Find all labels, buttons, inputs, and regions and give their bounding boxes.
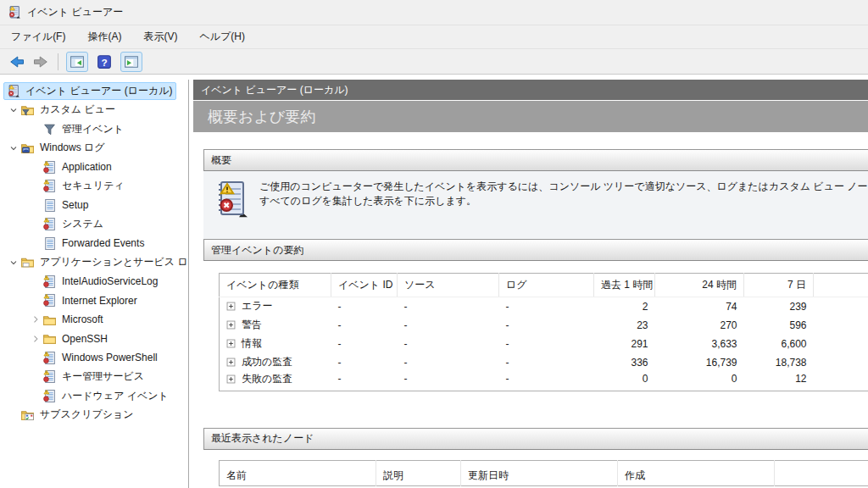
col-modified[interactable]: 更新日時 — [461, 460, 618, 485]
chevron-right-icon[interactable] — [29, 332, 42, 346]
folder-icon — [42, 313, 57, 327]
console-tree: イベント ビューアー (ローカル) カスタム ビュー 管理イベント Window… — [0, 80, 189, 488]
event-log-book-icon — [214, 180, 248, 219]
overview-banner: 概要および要約 — [193, 101, 868, 132]
overview-line-2: すべてのログを集計した表示を下に示します。 — [259, 194, 868, 208]
menu-view[interactable]: 表示(V) — [132, 26, 188, 47]
table-row-information[interactable]: 情報 - - - 291 3,633 6,600 — [220, 335, 868, 353]
sidebar-item-internet-explorer[interactable]: Internet Explorer — [0, 291, 188, 311]
sidebar-item-windows-logs[interactable]: Windows ログ — [0, 139, 188, 158]
sidebar-item-system[interactable]: システム — [0, 215, 188, 235]
col-7-days[interactable]: 7 日 — [744, 274, 814, 297]
toolbar-separator — [58, 53, 58, 70]
action-pane-toggle-button[interactable] — [120, 52, 142, 72]
help-icon — [97, 54, 112, 69]
table-header-row: イベントの種類 イベント ID ソース ログ 過去 1 時間 24 時間 7 日 — [220, 274, 868, 297]
chevron-right-icon[interactable] — [29, 313, 42, 326]
log-badge-icon — [42, 217, 57, 231]
overview-section-body: ご使用のコンピューターで発生したイベントを表示するには、コンソール ツリーで適切… — [203, 171, 868, 239]
folder-filter-icon — [20, 103, 35, 117]
sidebar-item-custom-views[interactable]: カスタム ビュー — [0, 101, 188, 120]
col-name[interactable]: 名前 — [220, 460, 376, 485]
banner-title: 概要および要約 — [208, 107, 315, 127]
window-title: イベント ビューアー — [27, 5, 123, 19]
col-log[interactable]: ログ — [499, 274, 594, 297]
content-area: イベント ビューアー (ローカル) カスタム ビュー 管理イベント Window… — [0, 75, 868, 488]
expand-plus-icon[interactable] — [226, 339, 236, 348]
sidebar-item-admin-events[interactable]: 管理イベント — [0, 119, 188, 139]
sidebar-item-windows-powershell[interactable]: Windows PowerShell — [0, 348, 188, 368]
sidebar-item-setup[interactable]: Setup — [0, 196, 188, 215]
menu-action[interactable]: 操作(A) — [76, 26, 132, 47]
log-badge-icon — [42, 351, 57, 365]
menu-bar: ファイル(F) 操作(A) 表示(V) ヘルプ(H) — [0, 25, 868, 48]
table-row-error[interactable]: エラー - - - 2 74 239 — [220, 297, 868, 316]
col-24-hours[interactable]: 24 時間 — [655, 274, 744, 297]
sidebar-item-subscriptions[interactable]: サブスクリプション — [0, 406, 188, 425]
folder-icon — [42, 331, 57, 346]
col-event-id[interactable]: イベント ID — [331, 274, 398, 297]
sidebar-item-application[interactable]: Application — [0, 158, 188, 177]
console-tree-toggle-button[interactable] — [66, 52, 88, 72]
chevron-down-icon[interactable] — [7, 141, 20, 155]
event-viewer-icon — [6, 84, 20, 98]
col-description[interactable]: 説明 — [376, 460, 461, 485]
table-row-audit-success[interactable]: 成功の監査 - - - 336 16,739 18,738 — [220, 353, 868, 372]
summary-scroll-area: 概要 ご使用のコンピューターで発生したイベントを表示するには、コンソール ツリー… — [193, 132, 868, 488]
toolbar — [0, 48, 868, 75]
folder-apps-icon — [20, 255, 35, 269]
overview-section-header[interactable]: 概要 — [203, 149, 868, 171]
sidebar-item-apps-services-logs[interactable]: アプリケーションとサービス ログ — [0, 253, 188, 273]
admin-events-summary-header[interactable]: 管理イベントの要約 — [203, 239, 868, 261]
event-viewer-app-icon — [7, 5, 21, 19]
col-last-hour[interactable]: 過去 1 時間 — [594, 274, 655, 297]
sidebar-item-hardware-events[interactable]: ハードウェア イベント — [0, 386, 188, 406]
results-pane: イベント ビューアー (ローカル) 概要および要約 概要 ご使用のコンピューター… — [193, 80, 868, 488]
action-pane-toggle-icon — [124, 54, 139, 69]
recent-nodes-table: 名前 説明 更新日時 作成 — [219, 460, 868, 486]
log-badge-icon — [42, 274, 57, 289]
recent-nodes-header[interactable]: 最近表示されたノード — [203, 428, 868, 450]
sidebar-item-forwarded-events[interactable]: Forwarded Events — [0, 234, 188, 253]
subscription-icon — [20, 408, 35, 422]
title-bar: イベント ビューアー — [0, 0, 868, 25]
overview-description: ご使用のコンピューターで発生したイベントを表示するには、コンソール ツリーで適切… — [259, 178, 868, 239]
col-source[interactable]: ソース — [398, 274, 499, 297]
table-row-warning[interactable]: 警告 - - - 23 270 596 — [220, 316, 868, 335]
col-event-type[interactable]: イベントの種類 — [220, 274, 331, 297]
folder-monitor-icon — [20, 141, 35, 155]
log-badge-icon — [42, 293, 57, 308]
help-button[interactable] — [93, 52, 115, 72]
log-badge-icon — [42, 160, 57, 175]
col-empty — [775, 460, 868, 485]
log-badge-icon — [42, 389, 57, 403]
results-pane-header: イベント ビューアー (ローカル) — [193, 80, 868, 101]
sidebar-item-intelaudioservicelog[interactable]: IntelAudioServiceLog — [0, 272, 188, 291]
overview-line-1: ご使用のコンピューターで発生したイベントを表示するには、コンソール ツリーで適切… — [259, 180, 868, 194]
expand-plus-icon[interactable] — [226, 374, 236, 384]
sidebar-item-security[interactable]: セキュリティ — [0, 177, 188, 197]
col-created[interactable]: 作成 — [618, 460, 775, 485]
sidebar-item-key-management-service[interactable]: キー管理サービス — [0, 368, 188, 387]
chevron-down-icon[interactable] — [7, 103, 20, 117]
admin-events-summary-table: イベントの種類 イベント ID ソース ログ 過去 1 時間 24 時間 7 日 — [219, 273, 868, 391]
menu-help[interactable]: ヘルプ(H) — [188, 26, 256, 47]
log-badge-icon — [42, 179, 57, 193]
sidebar-item-openssh[interactable]: OpenSSH — [0, 330, 188, 349]
col-empty — [814, 274, 868, 297]
filter-icon — [42, 122, 57, 136]
back-arrow-icon[interactable] — [7, 53, 27, 70]
log-plain-icon — [42, 236, 57, 251]
chevron-down-icon[interactable] — [7, 256, 20, 269]
menu-file[interactable]: ファイル(F) — [0, 26, 76, 47]
event-viewer-window: イベント ビューアー ファイル(F) 操作(A) 表示(V) ヘルプ(H) イベ… — [0, 0, 868, 488]
expand-plus-icon[interactable] — [226, 302, 236, 311]
sidebar-item-microsoft[interactable]: Microsoft — [0, 310, 188, 330]
table-header-row: 名前 説明 更新日時 作成 — [220, 460, 868, 485]
forward-arrow-icon[interactable] — [31, 53, 51, 70]
expand-plus-icon[interactable] — [226, 320, 236, 330]
sidebar-item-event-viewer-local[interactable]: イベント ビューアー (ローカル) — [0, 81, 188, 101]
table-row-audit-failure[interactable]: 失敗の監査 - - - 0 0 12 — [220, 372, 868, 391]
log-badge-icon — [42, 369, 57, 384]
expand-plus-icon[interactable] — [226, 358, 236, 367]
